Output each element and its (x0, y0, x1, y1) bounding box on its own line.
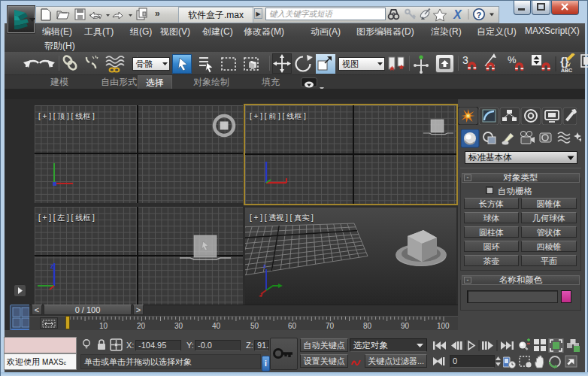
svg-text:z: z (263, 262, 266, 269)
svg-text:?: ? (477, 11, 482, 20)
svg-text:3: 3 (462, 54, 468, 66)
svg-text:ABC: ABC (561, 68, 572, 73)
svg-text:%: % (508, 54, 517, 65)
svg-text:z: z (50, 262, 54, 270)
svg-text:X: X (453, 8, 462, 21)
svg-text:{}: {} (560, 55, 569, 68)
